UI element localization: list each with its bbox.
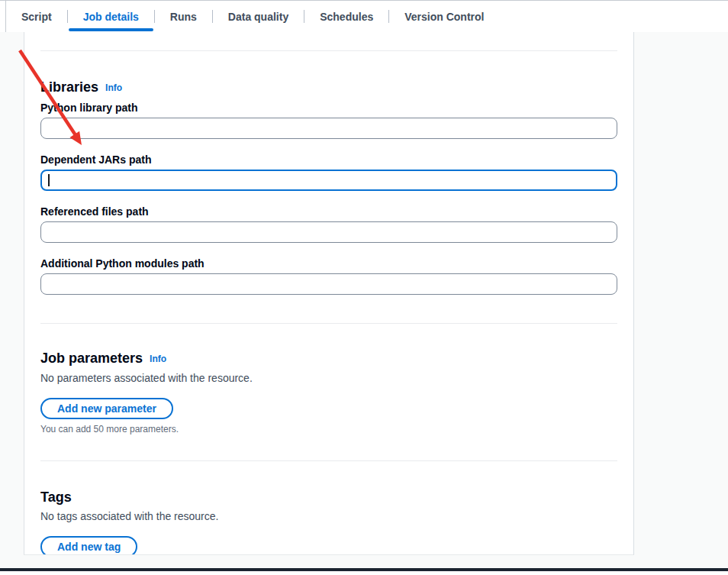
python-library-path-input[interactable] xyxy=(40,118,617,139)
window-bottom-bar xyxy=(0,568,728,571)
tab-job-details[interactable]: Job details xyxy=(68,1,154,33)
libraries-section: LibrariesInfo Python library path Depend… xyxy=(40,79,617,295)
tab-script[interactable]: Script xyxy=(6,1,67,33)
content-background: LibrariesInfo Python library path Depend… xyxy=(0,32,728,568)
tab-version-control[interactable]: Version Control xyxy=(389,1,499,33)
additional-python-modules-path-label: Additional Python modules path xyxy=(40,257,617,270)
referenced-files-path-input[interactable] xyxy=(40,221,617,243)
section-divider xyxy=(40,323,617,324)
additional-python-modules-path-input[interactable] xyxy=(40,273,617,295)
job-parameters-heading: Job parametersInfo xyxy=(40,350,617,367)
job-details-panel: LibrariesInfo Python library path Depend… xyxy=(24,32,634,555)
section-divider xyxy=(40,460,617,461)
python-library-path-label: Python library path xyxy=(40,102,617,115)
tags-section: Tags No tags associated with the resourc… xyxy=(40,489,617,555)
libraries-heading-text: Libraries xyxy=(40,79,98,95)
job-parameters-info-link[interactable]: Info xyxy=(150,354,166,364)
dependent-jars-path-inputwrap xyxy=(40,170,617,191)
section-divider xyxy=(40,50,617,51)
no-parameters-text: No parameters associated with the resour… xyxy=(40,371,617,385)
libraries-heading: LibrariesInfo xyxy=(40,79,617,96)
tags-heading: Tags xyxy=(40,489,617,506)
referenced-files-path-label: Referenced files path xyxy=(40,205,617,218)
tags-heading-text: Tags xyxy=(40,489,72,505)
job-parameters-section: Job parametersInfo No parameters associa… xyxy=(40,350,617,435)
libraries-info-link[interactable]: Info xyxy=(105,82,122,93)
no-tags-text: No tags associated with the resource. xyxy=(40,509,617,523)
job-parameters-heading-text: Job parameters xyxy=(40,350,143,366)
tab-runs[interactable]: Runs xyxy=(155,1,212,33)
add-new-parameter-button[interactable]: Add new parameter xyxy=(40,398,173,419)
python-library-path-inputwrap xyxy=(40,118,617,139)
add-new-tag-button[interactable]: Add new tag xyxy=(40,536,137,555)
tab-schedules[interactable]: Schedules xyxy=(304,1,388,33)
dependent-jars-path-label: Dependent JARs path xyxy=(40,153,617,166)
referenced-files-path-inputwrap xyxy=(40,221,617,243)
additional-python-modules-path-inputwrap xyxy=(40,273,617,295)
tab-data-quality[interactable]: Data quality xyxy=(213,1,304,33)
parameters-limit-hint: You can add 50 more parameters. xyxy=(40,424,617,435)
tab-bar: Script Job details Runs Data quality Sch… xyxy=(0,0,728,32)
window-left-edge xyxy=(5,0,6,32)
dependent-jars-path-input[interactable] xyxy=(40,170,617,191)
